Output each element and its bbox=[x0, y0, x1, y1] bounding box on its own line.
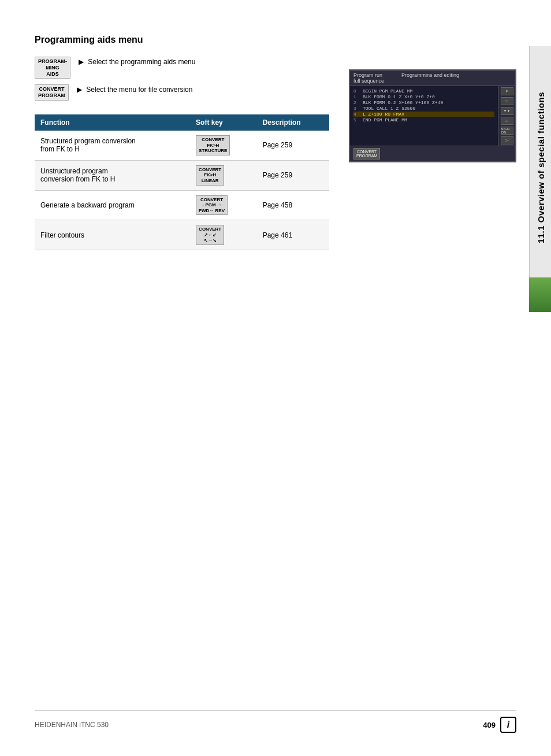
table-row-3: Generate a backward programCONVERT ↓ PGM… bbox=[35, 190, 329, 220]
screen-header: Program runfull sequence Programmins and… bbox=[350, 71, 515, 86]
col-header-description: Description bbox=[257, 114, 329, 131]
arrow-bullet-2: ▶ bbox=[77, 86, 82, 94]
screen-main: 0BEGIN PGM PLANE MM1BLK FORM 0.1 Z X+0 Y… bbox=[350, 86, 498, 146]
screen-line-num-4: 4 bbox=[353, 112, 360, 117]
screen-btn-2[interactable]: □ bbox=[501, 97, 513, 105]
screen-footer: CONVERTPROGRAM bbox=[350, 146, 515, 161]
screen-header-right: Programmins and editing bbox=[401, 72, 459, 84]
screen-line-4: 4L Z+100 R0 FMAX bbox=[353, 112, 494, 117]
cell-softkey-2: CONVERT FK>H LINEAR bbox=[190, 160, 257, 190]
screen-line-5: 5END PGM PLANE MM bbox=[353, 117, 494, 123]
function-table: Function Soft key Description Structured… bbox=[35, 114, 329, 250]
side-tab: 11.1 Overview of special functions bbox=[529, 46, 551, 289]
screen-btn-4[interactable]: □+ bbox=[501, 117, 513, 125]
screen-body: 0BEGIN PGM PLANE MM1BLK FORM 0.1 Z X+0 Y… bbox=[350, 86, 515, 146]
screen-line-1: 1BLK FORM 0.1 Z X+0 Y+0 Z+0 bbox=[353, 94, 494, 99]
cell-description-4: Page 461 bbox=[257, 220, 329, 250]
screen-btn-3[interactable]: ▼▼ bbox=[501, 107, 513, 115]
screen-line-text-5: END PGM PLANE MM bbox=[363, 117, 407, 123]
info-icon: i bbox=[500, 717, 516, 733]
screen-line-num-0: 0 bbox=[353, 88, 360, 94]
screen-line-text-3: TOOL CALL 1 Z S2500 bbox=[363, 106, 415, 111]
screen-header-left: Program runfull sequence bbox=[353, 72, 384, 84]
screen-btn-1[interactable]: ▼ bbox=[501, 87, 513, 95]
screen-line-num-2: 2 bbox=[353, 100, 360, 105]
cell-softkey-4: CONVERT ↗←↙ ↖→↘ bbox=[190, 220, 257, 250]
cell-function-3: Generate a backward program bbox=[35, 190, 190, 220]
screen-line-2: 2BLK FORM 0.2 X+100 Y+100 Z+40 bbox=[353, 100, 494, 105]
cell-function-1: Structured program conversion from FK to… bbox=[35, 131, 190, 160]
side-tab-accent bbox=[529, 277, 551, 312]
cell-description-2: Page 259 bbox=[257, 160, 329, 190]
arrow-bullet-1: ▶ bbox=[79, 58, 84, 66]
screen-line-num-5: 5 bbox=[353, 117, 360, 123]
screen-line-num-1: 1 bbox=[353, 94, 360, 99]
key-program-aids[interactable]: PROGRAM-MINGAIDS bbox=[35, 57, 70, 79]
page-container: 11.1 Overview of special functions Progr… bbox=[0, 0, 551, 756]
col-header-softkey: Soft key bbox=[190, 114, 257, 131]
table-row-2: Unstructured program conversion from FK … bbox=[35, 160, 329, 190]
screen-line-text-0: BEGIN PGM PLANE MM bbox=[363, 88, 412, 94]
cell-function-4: Filter contours bbox=[35, 220, 190, 250]
table-row-1: Structured program conversion from FK to… bbox=[35, 131, 329, 160]
page-footer: HEIDENHAIN iTNC 530 409 i bbox=[35, 710, 516, 733]
key-convert-program[interactable]: CONVERTPROGRAM bbox=[35, 84, 69, 101]
screen-line-num-3: 3 bbox=[353, 106, 360, 111]
section-title: Programming aids menu bbox=[35, 35, 485, 45]
screen-soft-btn-convert[interactable]: CONVERTPROGRAM bbox=[353, 148, 380, 160]
screen-line-text-2: BLK FORM 0.2 X+100 Y+100 Z+40 bbox=[363, 100, 443, 105]
screen-line-3: 3TOOL CALL 1 Z S2500 bbox=[353, 106, 494, 111]
screen-line-text-4: L Z+100 R0 FMAX bbox=[363, 112, 404, 117]
table-row-4: Filter contoursCONVERT ↗←↙ ↖→↘Page 461 bbox=[35, 220, 329, 250]
cell-function-2: Unstructured program conversion from FK … bbox=[35, 160, 190, 190]
screen-preview: Program runfull sequence Programmins and… bbox=[349, 69, 516, 162]
cell-softkey-3: CONVERT ↓ PGM → FWD↔ REV bbox=[190, 190, 257, 220]
screen-btn-6[interactable]: □− bbox=[501, 136, 513, 144]
cell-description-1: Page 259 bbox=[257, 131, 329, 160]
screen-line-text-1: BLK FORM 0.1 Z X+0 Y+0 Z+0 bbox=[363, 94, 435, 99]
footer-brand: HEIDENHAIN iTNC 530 bbox=[35, 721, 109, 729]
screen-btn-5[interactable]: SIGN ON bbox=[501, 127, 513, 135]
cell-description-3: Page 458 bbox=[257, 190, 329, 220]
cell-softkey-1: CONVERT FK>H STRUCTURE bbox=[190, 131, 257, 160]
screen-line-0: 0BEGIN PGM PLANE MM bbox=[353, 88, 494, 94]
menu-item-desc-2: ▶ Select the menu for file conversion bbox=[77, 84, 192, 94]
menu-item-desc-1: ▶ Select the programming aids menu bbox=[79, 57, 195, 66]
screen-sidebar: ▼ □ ▼▼ □+ SIGN ON □− bbox=[498, 86, 515, 146]
col-header-function: Function bbox=[35, 114, 190, 131]
side-tab-text: 11.1 Overview of special functions bbox=[536, 92, 546, 243]
footer-page-number: 409 i bbox=[483, 717, 516, 733]
